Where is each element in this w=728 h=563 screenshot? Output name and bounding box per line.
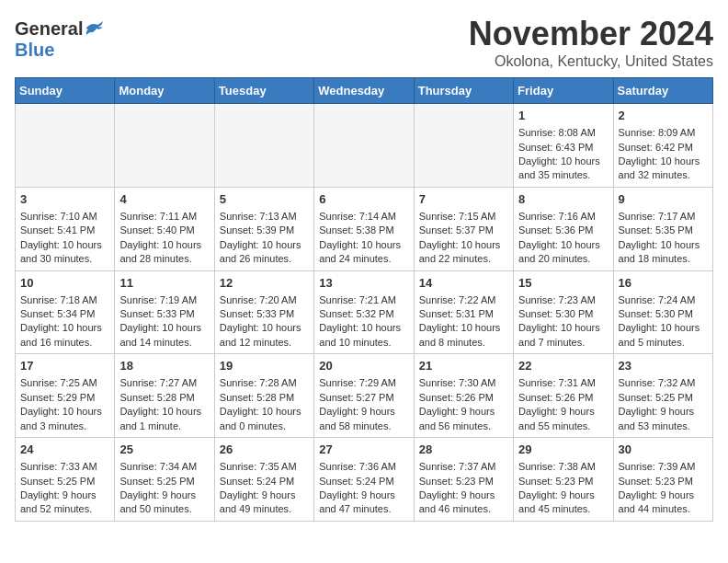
header-sunday: Sunday [16,78,115,104]
day-info: Sunrise: 7:18 AM Sunset: 5:34 PM Dayligh… [20,293,109,350]
day-number: 30 [619,442,708,458]
location-title: Okolona, Kentucky, United States [469,53,713,70]
week-row-2: 3Sunrise: 7:10 AM Sunset: 5:41 PM Daylig… [16,187,713,270]
calendar-cell: 12Sunrise: 7:20 AM Sunset: 5:33 PM Dayli… [214,270,313,354]
day-number: 8 [518,191,608,208]
day-number: 13 [319,275,408,292]
calendar-cell: 10Sunrise: 7:18 AM Sunset: 5:34 PM Dayli… [16,270,115,354]
day-number: 7 [419,191,508,208]
day-number: 5 [220,191,309,208]
day-number: 18 [119,358,209,374]
calendar-cell: 6Sunrise: 7:14 AM Sunset: 5:38 PM Daylig… [314,187,414,270]
calendar-cell [414,104,513,188]
calendar-cell: 5Sunrise: 7:13 AM Sunset: 5:39 PM Daylig… [214,187,313,270]
day-info: Sunrise: 7:30 AM Sunset: 5:26 PM Dayligh… [419,376,508,433]
calendar-cell [314,104,414,188]
calendar-cell: 4Sunrise: 7:11 AM Sunset: 5:40 PM Daylig… [115,187,214,270]
day-number: 3 [20,191,109,208]
calendar-cell: 25Sunrise: 7:34 AM Sunset: 5:25 PM Dayli… [115,438,214,522]
day-info: Sunrise: 7:34 AM Sunset: 5:25 PM Dayligh… [119,460,209,517]
day-number: 21 [419,358,508,374]
header-saturday: Saturday [613,78,712,104]
day-info: Sunrise: 7:19 AM Sunset: 5:33 PM Dayligh… [119,293,209,350]
calendar-cell: 1Sunrise: 8:08 AM Sunset: 6:43 PM Daylig… [514,104,613,188]
day-info: Sunrise: 7:20 AM Sunset: 5:33 PM Dayligh… [220,293,309,350]
day-info: Sunrise: 7:16 AM Sunset: 5:36 PM Dayligh… [518,210,608,267]
calendar-cell: 7Sunrise: 7:15 AM Sunset: 5:37 PM Daylig… [414,187,513,270]
header-friday: Friday [514,78,613,104]
calendar-cell [115,104,214,188]
calendar-cell: 17Sunrise: 7:25 AM Sunset: 5:29 PM Dayli… [16,354,115,438]
day-number: 24 [20,442,109,458]
calendar-cell [16,104,115,188]
day-number: 2 [619,108,708,124]
day-info: Sunrise: 7:29 AM Sunset: 5:27 PM Dayligh… [319,376,408,433]
calendar-cell: 2Sunrise: 8:09 AM Sunset: 6:42 PM Daylig… [613,104,712,188]
calendar-cell: 14Sunrise: 7:22 AM Sunset: 5:31 PM Dayli… [414,270,513,354]
week-row-3: 10Sunrise: 7:18 AM Sunset: 5:34 PM Dayli… [16,270,713,354]
header-wednesday: Wednesday [314,78,414,104]
calendar-cell: 9Sunrise: 7:17 AM Sunset: 5:35 PM Daylig… [613,187,712,270]
week-row-5: 24Sunrise: 7:33 AM Sunset: 5:25 PM Dayli… [16,438,713,522]
day-info: Sunrise: 7:38 AM Sunset: 5:23 PM Dayligh… [518,460,608,517]
day-info: Sunrise: 7:14 AM Sunset: 5:38 PM Dayligh… [319,210,408,267]
day-number: 4 [119,191,209,208]
calendar-cell: 23Sunrise: 7:32 AM Sunset: 5:25 PM Dayli… [613,354,712,438]
calendar-cell: 20Sunrise: 7:29 AM Sunset: 5:27 PM Dayli… [314,354,414,438]
logo-general-text: General [15,18,83,40]
calendar-cell: 19Sunrise: 7:28 AM Sunset: 5:28 PM Dayli… [214,354,313,438]
day-info: Sunrise: 7:21 AM Sunset: 5:32 PM Dayligh… [319,293,408,350]
day-info: Sunrise: 7:31 AM Sunset: 5:26 PM Dayligh… [518,376,608,433]
day-info: Sunrise: 7:36 AM Sunset: 5:24 PM Dayligh… [319,460,408,517]
calendar-cell: 16Sunrise: 7:24 AM Sunset: 5:30 PM Dayli… [613,270,712,354]
day-number: 1 [518,108,608,124]
day-info: Sunrise: 7:25 AM Sunset: 5:29 PM Dayligh… [20,376,109,433]
day-info: Sunrise: 7:22 AM Sunset: 5:31 PM Dayligh… [419,293,508,350]
page-header: General Blue November 2024 Okolona, Kent… [15,15,713,70]
day-info: Sunrise: 8:08 AM Sunset: 6:43 PM Dayligh… [518,126,608,183]
day-info: Sunrise: 7:32 AM Sunset: 5:25 PM Dayligh… [619,376,708,433]
calendar-cell: 27Sunrise: 7:36 AM Sunset: 5:24 PM Dayli… [314,438,414,522]
calendar-cell: 30Sunrise: 7:39 AM Sunset: 5:23 PM Dayli… [613,438,712,522]
calendar-cell: 3Sunrise: 7:10 AM Sunset: 5:41 PM Daylig… [16,187,115,270]
day-number: 28 [419,442,508,458]
day-info: Sunrise: 7:28 AM Sunset: 5:28 PM Dayligh… [220,376,309,433]
day-info: Sunrise: 7:37 AM Sunset: 5:23 PM Dayligh… [419,460,508,517]
logo: General Blue [15,18,103,61]
day-number: 9 [619,191,708,208]
calendar-cell: 29Sunrise: 7:38 AM Sunset: 5:23 PM Dayli… [514,438,613,522]
day-number: 19 [220,358,309,374]
calendar-cell: 8Sunrise: 7:16 AM Sunset: 5:36 PM Daylig… [514,187,613,270]
day-info: Sunrise: 7:17 AM Sunset: 5:35 PM Dayligh… [619,210,708,267]
calendar-cell [214,104,313,188]
day-info: Sunrise: 7:11 AM Sunset: 5:40 PM Dayligh… [119,210,209,267]
title-area: November 2024 Okolona, Kentucky, United … [469,15,713,70]
day-number: 6 [319,191,408,208]
month-title: November 2024 [469,15,713,53]
day-info: Sunrise: 7:15 AM Sunset: 5:37 PM Dayligh… [419,210,508,267]
logo-bird-icon [85,20,103,35]
calendar-cell: 11Sunrise: 7:19 AM Sunset: 5:33 PM Dayli… [115,270,214,354]
day-number: 22 [518,358,608,374]
day-number: 26 [220,442,309,458]
calendar-cell: 26Sunrise: 7:35 AM Sunset: 5:24 PM Dayli… [214,438,313,522]
day-number: 14 [419,275,508,292]
day-number: 10 [20,275,109,292]
day-number: 20 [319,358,408,374]
day-number: 23 [619,358,708,374]
calendar-header-row: SundayMondayTuesdayWednesdayThursdayFrid… [16,78,713,104]
day-number: 25 [119,442,209,458]
day-info: Sunrise: 8:09 AM Sunset: 6:42 PM Dayligh… [619,126,708,183]
day-number: 17 [20,358,109,374]
day-info: Sunrise: 7:13 AM Sunset: 5:39 PM Dayligh… [220,210,309,267]
day-info: Sunrise: 7:10 AM Sunset: 5:41 PM Dayligh… [20,210,109,267]
day-info: Sunrise: 7:39 AM Sunset: 5:23 PM Dayligh… [619,460,708,517]
day-number: 27 [319,442,408,458]
calendar-cell: 21Sunrise: 7:30 AM Sunset: 5:26 PM Dayli… [414,354,513,438]
day-info: Sunrise: 7:35 AM Sunset: 5:24 PM Dayligh… [220,460,309,517]
day-number: 29 [518,442,608,458]
day-number: 16 [619,275,708,292]
calendar-table: SundayMondayTuesdayWednesdayThursdayFrid… [15,77,713,522]
calendar-cell: 15Sunrise: 7:23 AM Sunset: 5:30 PM Dayli… [514,270,613,354]
calendar-cell: 13Sunrise: 7:21 AM Sunset: 5:32 PM Dayli… [314,270,414,354]
